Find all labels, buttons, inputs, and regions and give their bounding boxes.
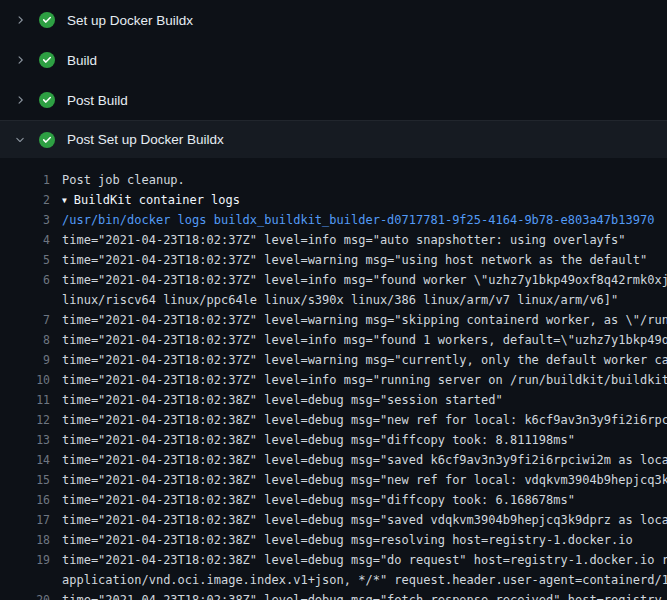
section-label: Post Build [67, 93, 128, 108]
log-text: time="2021-04-23T18:02:37Z" level=warnin… [50, 310, 667, 330]
log-text: time="2021-04-23T18:02:37Z" level=info m… [50, 270, 667, 290]
log-line: 15 time="2021-04-23T18:02:38Z" level=deb… [0, 470, 667, 490]
line-number[interactable]: 16 [0, 490, 50, 510]
success-check-icon [39, 92, 55, 108]
log-line: 9 time="2021-04-23T18:02:37Z" level=warn… [0, 350, 667, 370]
log-line: 1 Post job cleanup. [0, 170, 667, 190]
line-number[interactable]: 2 [0, 190, 50, 210]
log-area: 1 Post job cleanup. 2 ▼BuildKit containe… [0, 158, 667, 600]
actions-log-viewer: Set up Docker Buildx Build Post Build Po… [0, 0, 667, 600]
line-number [0, 290, 50, 310]
log-line: 18 time="2021-04-23T18:02:38Z" level=deb… [0, 530, 667, 550]
line-number [0, 570, 50, 590]
log-line: 14 time="2021-04-23T18:02:38Z" level=deb… [0, 450, 667, 470]
section-build[interactable]: Build [0, 40, 667, 80]
log-line: 6 time="2021-04-23T18:02:37Z" level=info… [0, 270, 667, 290]
log-text: time="2021-04-23T18:02:37Z" level=info m… [50, 330, 667, 350]
log-line: 12 time="2021-04-23T18:02:38Z" level=deb… [0, 410, 667, 430]
line-number[interactable]: 15 [0, 470, 50, 490]
log-text: time="2021-04-23T18:02:38Z" level=debug … [50, 590, 667, 600]
chevron-right-icon [12, 52, 28, 68]
section-label: Build [67, 53, 97, 68]
log-line: 4 time="2021-04-23T18:02:37Z" level=info… [0, 230, 667, 250]
section-label: Post Set up Docker Buildx [67, 132, 224, 147]
log-text: linux/riscv64 linux/ppc64le linux/s390x … [50, 290, 667, 310]
line-number[interactable]: 6 [0, 270, 50, 290]
chevron-right-icon [12, 12, 28, 28]
line-number[interactable]: 3 [0, 210, 50, 230]
line-number[interactable]: 4 [0, 230, 50, 250]
log-text: Post job cleanup. [50, 170, 667, 190]
log-line-group: 2 ▼BuildKit container logs [0, 190, 667, 210]
success-check-icon [39, 12, 55, 28]
log-text: time="2021-04-23T18:02:37Z" level=warnin… [50, 250, 667, 270]
success-check-icon [39, 52, 55, 68]
log-text: time="2021-04-23T18:02:38Z" level=debug … [50, 490, 667, 510]
log-line: 17 time="2021-04-23T18:02:38Z" level=deb… [0, 510, 667, 530]
line-number[interactable]: 13 [0, 430, 50, 450]
success-check-icon [39, 132, 55, 148]
log-text: time="2021-04-23T18:02:38Z" level=debug … [50, 390, 667, 410]
log-line: 13 time="2021-04-23T18:02:38Z" level=deb… [0, 430, 667, 450]
section-post-build[interactable]: Post Build [0, 80, 667, 120]
chevron-down-icon [12, 132, 28, 148]
log-line: 16 time="2021-04-23T18:02:38Z" level=deb… [0, 490, 667, 510]
log-text: time="2021-04-23T18:02:37Z" level=warnin… [50, 350, 667, 370]
line-number[interactable]: 8 [0, 330, 50, 350]
log-text: time="2021-04-23T18:02:38Z" level=debug … [50, 430, 667, 450]
log-line: 11 time="2021-04-23T18:02:38Z" level=deb… [0, 390, 667, 410]
log-line: 3 /usr/bin/docker logs buildx_buildkit_b… [0, 210, 667, 230]
log-line: 19 time="2021-04-23T18:02:38Z" level=deb… [0, 550, 667, 570]
line-number[interactable]: 10 [0, 370, 50, 390]
log-text: time="2021-04-23T18:02:38Z" level=debug … [50, 550, 667, 570]
log-line-continuation: linux/riscv64 linux/ppc64le linux/s390x … [0, 290, 667, 310]
log-line: 5 time="2021-04-23T18:02:37Z" level=warn… [0, 250, 667, 270]
line-number[interactable]: 9 [0, 350, 50, 370]
line-number[interactable]: 18 [0, 530, 50, 550]
line-number[interactable]: 1 [0, 170, 50, 190]
line-number[interactable]: 7 [0, 310, 50, 330]
log-text: time="2021-04-23T18:02:38Z" level=debug … [50, 410, 667, 430]
line-number[interactable]: 20 [0, 590, 50, 600]
log-command-text: /usr/bin/docker logs buildx_buildkit_bui… [50, 210, 667, 230]
section-label: Set up Docker Buildx [67, 13, 193, 28]
line-number[interactable]: 17 [0, 510, 50, 530]
line-number[interactable]: 14 [0, 450, 50, 470]
group-title[interactable]: BuildKit container logs [74, 193, 240, 207]
log-text: time="2021-04-23T18:02:37Z" level=info m… [50, 370, 667, 390]
line-number[interactable]: 19 [0, 550, 50, 570]
section-post-set-up-docker-buildx[interactable]: Post Set up Docker Buildx [0, 120, 667, 158]
section-set-up-docker-buildx[interactable]: Set up Docker Buildx [0, 0, 667, 40]
log-text: application/vnd.oci.image.index.v1+json,… [50, 570, 667, 590]
line-number[interactable]: 12 [0, 410, 50, 430]
log-text: time="2021-04-23T18:02:38Z" level=debug … [50, 510, 667, 530]
log-line: 10 time="2021-04-23T18:02:37Z" level=inf… [0, 370, 667, 390]
log-line-continuation: application/vnd.oci.image.index.v1+json,… [0, 570, 667, 590]
log-line: 8 time="2021-04-23T18:02:37Z" level=info… [0, 330, 667, 350]
line-number[interactable]: 5 [0, 250, 50, 270]
log-text: time="2021-04-23T18:02:38Z" level=debug … [50, 470, 667, 490]
log-text: time="2021-04-23T18:02:38Z" level=debug … [50, 530, 667, 550]
log-line: 20 time="2021-04-23T18:02:38Z" level=deb… [0, 590, 667, 600]
log-text: time="2021-04-23T18:02:37Z" level=info m… [50, 230, 667, 250]
log-line: 7 time="2021-04-23T18:02:37Z" level=warn… [0, 310, 667, 330]
line-number[interactable]: 11 [0, 390, 50, 410]
log-text: time="2021-04-23T18:02:38Z" level=debug … [50, 450, 667, 470]
chevron-right-icon [12, 92, 28, 108]
triangle-down-icon[interactable]: ▼ [62, 191, 67, 211]
